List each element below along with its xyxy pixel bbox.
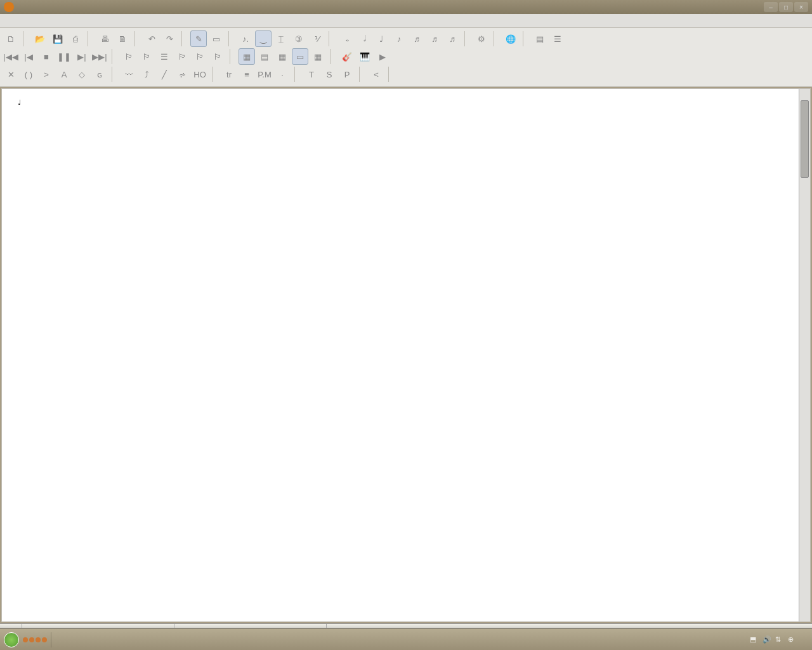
chord-button[interactable]: ⌶ (273, 30, 289, 47)
tremolo-picking-button[interactable]: ≡ (239, 66, 255, 83)
marker-first-button[interactable]: 🏳 (121, 48, 137, 65)
select-mode-button[interactable]: ▭ (208, 30, 225, 47)
start-button[interactable] (4, 632, 19, 647)
print-button[interactable]: 🖶 (96, 30, 113, 47)
thirtysecond-note-button[interactable]: ♬ (426, 30, 443, 47)
fade-in-button[interactable]: < (368, 66, 384, 83)
first-button[interactable]: |◀◀ (3, 48, 19, 65)
taskbar: ⬒ 🔊 ⇅ ⊕ (0, 628, 812, 650)
maximize-button[interactable]: □ (779, 2, 793, 12)
eighth-note-button[interactable]: ♪ (391, 30, 407, 47)
prev-button[interactable]: |◀ (20, 48, 37, 65)
marker-next-button[interactable]: 🏳 (174, 48, 190, 65)
open-button[interactable]: 📂 (32, 30, 48, 47)
accent-button[interactable]: > (38, 66, 55, 83)
desktop-pager[interactable] (23, 637, 47, 642)
marker-list-button[interactable]: ☰ (156, 48, 173, 65)
next-button[interactable]: ▶| (74, 48, 90, 65)
hammer-button[interactable]: HO (192, 66, 208, 83)
edit-mode-button[interactable]: ✎ (190, 30, 207, 47)
vibrato-button[interactable]: 〰 (121, 66, 137, 83)
view-page-button[interactable]: ▤ (532, 30, 548, 47)
volume-icon[interactable]: 🔊 (763, 635, 771, 644)
dead-note-button[interactable]: ✕ (3, 66, 19, 83)
browser-button[interactable]: 🌐 (502, 30, 519, 47)
heavy-accent-button[interactable]: A (56, 66, 72, 83)
print-preview-button[interactable]: 🗎 (114, 30, 131, 47)
score-viewport[interactable]: ♩ (1, 88, 811, 622)
quarter-note-button[interactable]: ♩ (373, 30, 390, 47)
track-panel (0, 623, 812, 628)
sixtyfourth-note-button[interactable]: ♬ (444, 30, 461, 47)
marker-last-button[interactable]: 🏳 (192, 48, 208, 65)
grace-button[interactable]: ɢ (91, 66, 108, 83)
play-button[interactable]: ▶ (374, 48, 391, 65)
minimize-button[interactable]: – (764, 2, 778, 12)
marker-prev-button[interactable]: 🏳 (138, 48, 155, 65)
slide-button[interactable]: ╱ (156, 66, 173, 83)
redo-button[interactable]: ↷ (161, 30, 178, 47)
view-multitrack-button[interactable]: ☰ (549, 30, 566, 47)
column-song (327, 624, 812, 628)
app-icon (4, 2, 14, 12)
stop-button[interactable]: ■ (38, 48, 55, 65)
division-button[interactable]: ⅟ (308, 30, 325, 47)
column-number[interactable] (0, 624, 22, 628)
track-header (0, 624, 812, 628)
menubar (0, 14, 812, 28)
bend-button[interactable]: ⤴ (138, 66, 155, 83)
piano-button[interactable]: 🎹 (357, 48, 373, 65)
show-score-button[interactable]: ▦ (239, 48, 255, 65)
column-instrument[interactable] (174, 624, 327, 628)
toolbars: 🗋 📂 💾 ⎙ 🖶 🗎 ↶ ↷ ✎ ▭ ♪. ‿ ⌶ ③ ⅟ 𝅝 𝅗𝅥 ♩ ♪ … (0, 28, 812, 87)
undo-button[interactable]: ↶ (143, 30, 160, 47)
fretboard-button[interactable]: 🎸 (339, 48, 355, 65)
marker-add-button[interactable]: 🏳 (209, 48, 226, 65)
staccato-button[interactable]: · (274, 66, 291, 83)
tray-icon[interactable]: ⬒ (750, 635, 759, 644)
tremolo-button[interactable]: ⩫ (174, 66, 190, 83)
half-note-button[interactable]: 𝅗𝅥 (355, 30, 372, 47)
close-button[interactable]: × (794, 2, 808, 12)
popping-button[interactable]: P (339, 66, 355, 83)
save-button[interactable]: 💾 (49, 30, 66, 47)
system-tray: ⬒ 🔊 ⇅ ⊕ (750, 635, 808, 644)
last-button[interactable]: ▶▶| (91, 48, 108, 65)
show-transport-button[interactable]: ▭ (292, 48, 308, 65)
tuplet-button[interactable]: ③ (291, 30, 307, 47)
slapping-button[interactable]: S (321, 66, 337, 83)
window-titlebar: – □ × (0, 0, 812, 14)
sixteenth-note-button[interactable]: ♬ (409, 30, 425, 47)
whole-note-button[interactable]: 𝅝 (337, 30, 354, 47)
ghost-note-button[interactable]: ( ) (20, 66, 37, 83)
trill-button[interactable]: tr (221, 66, 237, 83)
tempo-marking: ♩ (18, 98, 794, 107)
column-name[interactable] (22, 624, 174, 628)
show-tab-button[interactable]: ▤ (256, 48, 273, 65)
save-as-button[interactable]: ⎙ (67, 30, 84, 47)
expand-icon[interactable]: ⊕ (788, 635, 797, 644)
settings-button[interactable]: ⚙ (473, 30, 490, 47)
network-icon[interactable]: ⇅ (775, 635, 784, 644)
pause-button[interactable]: ❚❚ (56, 48, 72, 65)
new-file-button[interactable]: 🗋 (3, 30, 19, 47)
dotted-button[interactable]: ♪. (237, 30, 254, 47)
show-mixer-button[interactable]: ▦ (274, 48, 291, 65)
tapping-button[interactable]: T (303, 66, 320, 83)
show-matrix-button[interactable]: ▦ (310, 48, 326, 65)
harmonic-button[interactable]: ◇ (74, 66, 90, 83)
vertical-scrollbar[interactable] (799, 89, 810, 621)
palm-mute-button[interactable]: P.M (256, 66, 273, 83)
tie-button[interactable]: ‿ (255, 30, 272, 47)
